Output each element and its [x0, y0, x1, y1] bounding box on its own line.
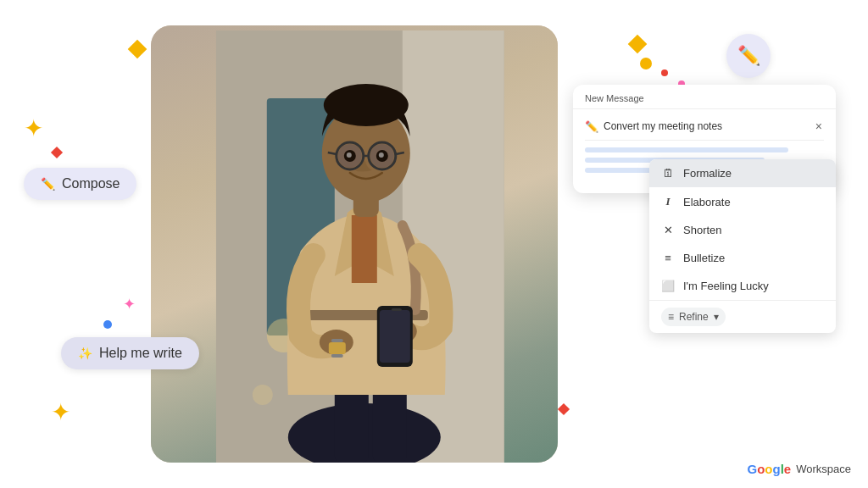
- close-card-button[interactable]: ×: [814, 119, 824, 133]
- main-scene: ✦ ✦ ✦ ✏️ Compose ✨ Help me write ✏️ New …: [0, 0, 868, 488]
- diamond-decoration-2: [51, 147, 63, 158]
- formalize-label: Formalize: [683, 167, 732, 180]
- shorten-icon: ✕: [661, 224, 675, 236]
- ai-prompt-text: Convert my meeting notes: [604, 120, 809, 132]
- menu-item-formalize[interactable]: 🗓 Formalize: [649, 159, 836, 187]
- refine-row: ≡ Refine ▾: [649, 300, 836, 333]
- svg-rect-9: [352, 215, 377, 283]
- svg-point-5: [253, 385, 273, 405]
- google-workspace-logo: Google Workspace: [748, 462, 852, 476]
- feeling-lucky-label: I'm Feeling Lucky: [683, 280, 769, 292]
- card-header: New Message: [573, 85, 836, 109]
- ai-options-dropdown: 🗓 Formalize I Elaborate ✕ Shorten ≡ Bull…: [649, 159, 836, 333]
- dot-decoration-red: [661, 69, 668, 76]
- sparkle-decoration-1: ✦: [123, 295, 136, 313]
- workspace-label: Workspace: [796, 463, 851, 475]
- menu-item-feeling-lucky[interactable]: ⬜ I'm Feeling Lucky: [649, 272, 836, 300]
- menu-item-shorten[interactable]: ✕ Shorten: [649, 216, 836, 244]
- menu-item-bulletize[interactable]: ≡ Bulletize: [649, 244, 836, 272]
- dot-decoration-1: [103, 320, 112, 329]
- diamond-decoration-3: [558, 403, 570, 415]
- new-message-card: New Message ✏️ Convert my meeting notes …: [573, 85, 836, 193]
- star-decoration-1: ✦: [24, 114, 43, 142]
- refine-label: Refine: [679, 311, 709, 323]
- diamond-decoration-4: [628, 35, 648, 54]
- refine-icon: ≡: [668, 311, 674, 323]
- lucky-icon: ⬜: [661, 280, 675, 292]
- formalize-icon: 🗓: [661, 167, 675, 180]
- compose-button[interactable]: ✏️ Compose: [24, 168, 136, 200]
- hero-photo: [151, 25, 558, 463]
- sparkle-icon: ✨: [78, 347, 92, 360]
- refine-button[interactable]: ≡ Refine ▾: [661, 308, 726, 326]
- svg-rect-32: [331, 354, 343, 358]
- svg-rect-30: [329, 342, 346, 354]
- diamond-decoration-1: [128, 40, 147, 59]
- help-write-label: Help me write: [99, 346, 182, 361]
- compose-label: Compose: [62, 176, 120, 191]
- shorten-label: Shorten: [683, 224, 722, 236]
- wand-icon: ✏️: [737, 45, 760, 67]
- refine-chevron-icon: ▾: [714, 311, 719, 323]
- star-decoration-2: ✦: [51, 398, 70, 426]
- svg-point-28: [347, 152, 352, 158]
- elaborate-icon: I: [661, 195, 675, 208]
- svg-rect-14: [380, 310, 410, 363]
- card-title: New Message: [585, 93, 644, 103]
- menu-item-elaborate[interactable]: I Elaborate: [649, 187, 836, 216]
- elaborate-label: Elaborate: [683, 196, 731, 208]
- bulletize-icon: ≡: [661, 252, 675, 264]
- ai-prompt-row: ✏️ Convert my meeting notes ×: [585, 116, 824, 141]
- pencil-icon: ✏️: [41, 177, 55, 191]
- svg-rect-31: [331, 339, 343, 342]
- ai-pencil-icon: ✏️: [585, 120, 598, 133]
- text-line-1: [585, 147, 788, 152]
- google-wordmark: Google: [748, 462, 792, 476]
- svg-rect-15: [392, 308, 402, 311]
- dot-decoration-yellow: [640, 58, 652, 69]
- wand-circle-button[interactable]: ✏️: [726, 34, 771, 78]
- svg-point-29: [379, 152, 384, 158]
- help-write-button[interactable]: ✨ Help me write: [61, 337, 199, 369]
- bulletize-label: Bulletize: [683, 252, 725, 264]
- svg-point-18: [324, 84, 409, 126]
